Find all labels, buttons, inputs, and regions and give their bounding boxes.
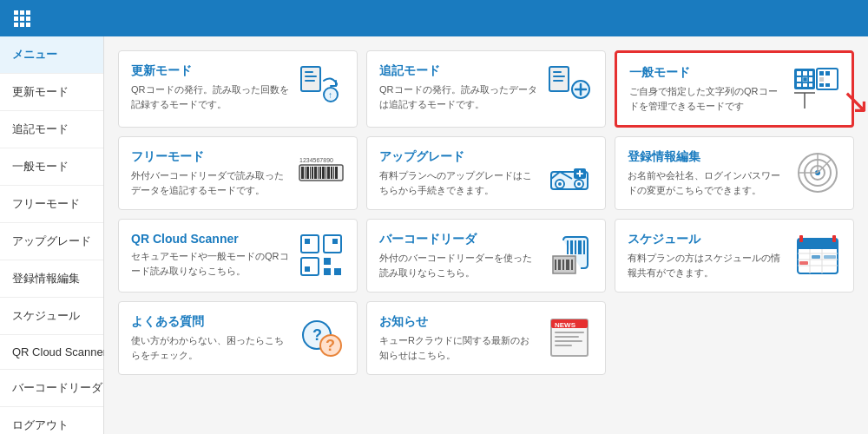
svg-rect-40 [322,167,325,179]
svg-rect-104 [555,345,572,346]
svg-rect-92 [799,261,808,265]
card-desc-news: キューRクラウドに関する最新のお知らせはこちら。 [379,333,537,362]
app-header [0,0,868,36]
svg-rect-42 [327,167,330,179]
card-schedule[interactable]: スケジュール 有料プランの方はスケジュールの情報共有ができます。 [615,219,854,293]
svg-rect-78 [562,260,564,270]
svg-rect-17 [797,77,801,82]
card-general[interactable]: 一般モード ご自身で指定した文字列のQRコードを管理できるモードです ↘ [615,50,854,128]
svg-rect-103 [555,340,582,342]
card-icon-barcode-reader [546,232,593,279]
sidebar-item-general[interactable]: 一般モード [0,148,103,186]
card-title-update: 更新モード [131,63,289,79]
svg-rect-91 [812,255,820,259]
card-append[interactable]: 追記モード QRコードの発行。読み取ったデータは追記するモードです。 [366,50,606,128]
svg-text:↑: ↑ [328,90,332,100]
svg-rect-34 [306,167,309,179]
svg-rect-24 [819,71,824,76]
card-title-general: 一般モード [629,65,784,81]
svg-rect-25 [825,71,830,76]
svg-rect-36 [312,167,313,179]
svg-rect-19 [809,77,812,82]
card-icon-qr-cloud-scanner [298,232,345,279]
card-desc-qr-cloud-scanner: セキュアモードや一般モードのQRコード読み取りならこちら。 [131,249,289,278]
card-icon-schedule [794,232,841,279]
card-desc-faq: 使い方がわからない、困ったらこちらをチェック。 [131,333,289,362]
svg-rect-83 [798,244,838,249]
sidebar-item-logout[interactable]: ログアウト [0,407,103,434]
svg-text:?: ? [326,337,335,354]
svg-rect-71 [567,240,569,254]
card-title-free: フリーモード [131,149,289,165]
grid-icon [14,10,30,27]
svg-rect-9 [553,80,563,82]
svg-rect-93 [824,255,836,259]
svg-rect-68 [324,258,331,265]
card-register-edit[interactable]: 登録情報編集 お名前や会社名、ログインパスワードの変更がこちらでできます。 [615,136,854,210]
card-icon-register-edit [794,149,841,196]
card-title-faq: よくある質問 [131,314,289,330]
card-upgrade[interactable]: アップグレード 有料プランへのアップグレードはこちらから手続きできます。 [366,136,606,210]
card-news[interactable]: お知らせ キューRクラウドに関する最新のお知らせはこちら。 NEWS [366,301,606,375]
card-update[interactable]: 更新モード QRコードの発行。読み取った回数を記録するモードです。 ↑ [118,50,358,128]
svg-rect-73 [575,240,576,254]
svg-text:NEWS: NEWS [555,321,576,329]
svg-rect-2 [305,76,317,77]
svg-rect-79 [566,260,569,270]
card-faq[interactable]: よくある質問 使い方がわからない、困ったらこちらをチェック。 ? ? [118,301,358,375]
sidebar: メニュー更新モード追記モード一般モードフリーモードアップグレード登録情報編集スケ… [0,36,104,434]
card-barcode-reader[interactable]: バーコードリーダ 外付のバーコードリーダーを使った読み取りならこちら。 [366,219,606,293]
svg-rect-1 [305,71,313,73]
svg-rect-70 [334,268,341,275]
card-icon-free: 1234567890 [298,149,345,196]
sidebar-item-schedule[interactable]: スケジュール [0,298,103,335]
card-desc-barcode-reader: 外付のバーコードリーダーを使った読み取りならこちら。 [379,251,537,279]
card-free[interactable]: フリーモード 外付バーコードリーダで読み取ったデータを追記するモードです。 12… [118,136,358,210]
svg-rect-39 [319,167,321,179]
svg-rect-67 [305,266,310,272]
svg-rect-102 [555,336,579,338]
svg-rect-35 [310,167,311,179]
svg-rect-74 [578,240,582,254]
svg-rect-37 [314,167,317,179]
card-desc-upgrade: 有料プランへのアップグレードはこちらから手続きできます。 [379,168,537,197]
card-text-upgrade: アップグレード 有料プランへのアップグレードはこちらから手続きできます。 [379,149,537,197]
svg-rect-80 [571,260,573,270]
svg-rect-69 [324,268,331,275]
sidebar-item-upgrade[interactable]: アップグレード [0,223,103,260]
main-content: 更新モード QRコードの発行。読み取った回数を記録するモードです。 ↑ 追記モー… [104,36,868,434]
sidebar-item-qr-cloud-scanner[interactable]: QR Cloud Scanner [0,335,103,370]
svg-rect-41 [326,167,326,179]
svg-rect-44 [333,167,334,179]
sidebar-item-free[interactable]: フリーモード [0,186,103,223]
card-desc-update: QRコードの発行。読み取った回数を記録するモードです。 [131,82,289,111]
card-text-schedule: スケジュール 有料プランの方はスケジュールの情報共有ができます。 [628,232,786,279]
card-text-free: フリーモード 外付バーコードリーダで読み取ったデータを追記するモードです。 [131,149,289,197]
svg-rect-18 [803,77,807,82]
sidebar-item-barcode-reader[interactable]: バーコードリーダ [0,370,103,407]
highlight-arrow: ↘ [841,83,868,118]
card-text-faq: よくある質問 使い方がわからない、困ったらこちらをチェック。 [131,314,289,362]
svg-rect-90 [832,235,836,242]
svg-rect-7 [553,71,562,73]
sidebar-item-append[interactable]: 追記モード [0,111,103,148]
svg-rect-32 [301,167,304,179]
sidebar-item-update[interactable]: 更新モード [0,74,103,111]
card-icon-upgrade [546,149,593,196]
card-text-register-edit: 登録情報編集 お名前や会社名、ログインパスワードの変更がこちらでできます。 [628,149,786,197]
card-title-news: お知らせ [379,314,537,330]
svg-point-51 [577,182,581,186]
svg-rect-28 [825,83,830,87]
sidebar-item-menu[interactable]: メニュー [0,36,103,74]
card-qr-cloud-scanner[interactable]: QR Cloud Scanner セキュアモードや一般モードのQRコード読み取り… [118,219,358,293]
svg-text:1234567890: 1234567890 [299,157,333,163]
svg-rect-45 [335,167,338,179]
card-title-upgrade: アップグレード [379,149,537,165]
card-icon-news: NEWS [546,314,593,361]
card-desc-general: ご自身で指定した文字列のQRコードを管理できるモードです [629,84,784,113]
svg-rect-63 [305,239,310,244]
svg-rect-72 [570,240,573,254]
sidebar-item-register-edit[interactable]: 登録情報編集 [0,260,103,298]
svg-rect-26 [819,77,824,82]
card-title-register-edit: 登録情報編集 [628,149,786,165]
